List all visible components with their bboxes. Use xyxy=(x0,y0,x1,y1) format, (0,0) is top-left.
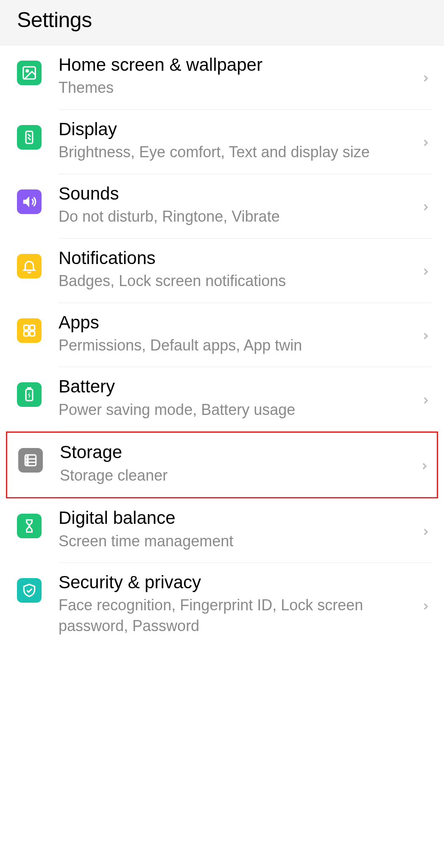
item-subtitle: Themes xyxy=(59,78,406,98)
display-icon xyxy=(17,125,42,150)
item-subtitle: Storage cleaner xyxy=(60,465,405,486)
settings-header: Settings xyxy=(0,0,444,45)
item-title: Security & privacy xyxy=(59,572,406,593)
sound-icon xyxy=(17,189,42,214)
item-title: Home screen & wallpaper xyxy=(59,55,406,75)
item-subtitle: Permissions, Default apps, App twin xyxy=(59,335,406,356)
settings-item-display[interactable]: Display Brightness, Eye comfort, Text an… xyxy=(0,110,444,174)
chevron-right-icon xyxy=(420,199,431,216)
item-title: Battery xyxy=(59,376,406,397)
bell-icon xyxy=(17,254,42,278)
page-title: Settings xyxy=(17,8,427,32)
item-subtitle: Badges, Lock screen notifications xyxy=(59,271,406,292)
chevron-right-icon xyxy=(420,523,431,540)
battery-icon xyxy=(17,382,42,407)
storage-icon xyxy=(18,448,43,473)
chevron-right-icon xyxy=(420,263,431,280)
chevron-right-icon xyxy=(420,328,431,345)
chevron-right-icon xyxy=(420,392,431,409)
svg-point-1 xyxy=(26,70,28,72)
wallpaper-icon xyxy=(17,61,42,85)
item-title: Storage xyxy=(60,442,405,462)
item-title: Notifications xyxy=(59,248,406,268)
chevron-right-icon xyxy=(420,70,431,87)
item-subtitle: Screen time management xyxy=(59,531,406,552)
item-title: Apps xyxy=(59,312,406,333)
svg-rect-5 xyxy=(24,325,28,330)
svg-point-16 xyxy=(27,464,28,465)
svg-point-14 xyxy=(27,456,28,458)
settings-item-home-screen-wallpaper[interactable]: Home screen & wallpaper Themes xyxy=(0,45,444,110)
svg-rect-10 xyxy=(28,388,31,389)
item-subtitle: Power saving mode, Battery usage xyxy=(59,400,406,420)
settings-item-apps[interactable]: Apps Permissions, Default apps, App twin xyxy=(0,303,444,367)
settings-item-security-privacy[interactable]: Security & privacy Face recognition, Fin… xyxy=(0,563,444,647)
item-subtitle: Brightness, Eye comfort, Text and displa… xyxy=(59,142,406,163)
settings-item-notifications[interactable]: Notifications Badges, Lock screen notifi… xyxy=(0,239,444,303)
settings-item-sounds[interactable]: Sounds Do not disturb, Ringtone, Vibrate xyxy=(0,174,444,239)
svg-rect-8 xyxy=(30,331,35,336)
item-title: Display xyxy=(59,119,406,139)
settings-item-storage[interactable]: Storage Storage cleaner xyxy=(6,431,438,498)
settings-item-battery[interactable]: Battery Power saving mode, Battery usage xyxy=(0,367,444,431)
shield-icon xyxy=(17,578,42,603)
svg-line-3 xyxy=(28,134,31,136)
svg-rect-6 xyxy=(30,325,35,330)
svg-rect-2 xyxy=(26,131,33,144)
settings-item-digital-balance[interactable]: Digital balance Screen time management xyxy=(0,498,444,563)
chevron-right-icon xyxy=(419,458,430,475)
item-title: Sounds xyxy=(59,184,406,204)
svg-rect-7 xyxy=(24,331,28,336)
chevron-right-icon xyxy=(420,598,431,615)
chevron-right-icon xyxy=(420,134,431,151)
svg-point-15 xyxy=(27,460,28,462)
apps-icon xyxy=(17,318,42,343)
item-title: Digital balance xyxy=(59,508,406,528)
hourglass-icon xyxy=(17,514,42,538)
svg-line-4 xyxy=(28,137,31,140)
item-subtitle: Do not disturb, Ringtone, Vibrate xyxy=(59,206,406,227)
item-subtitle: Face recognition, Fingerprint ID, Lock s… xyxy=(59,595,406,636)
settings-list: Home screen & wallpaper Themes Display B… xyxy=(0,45,444,648)
